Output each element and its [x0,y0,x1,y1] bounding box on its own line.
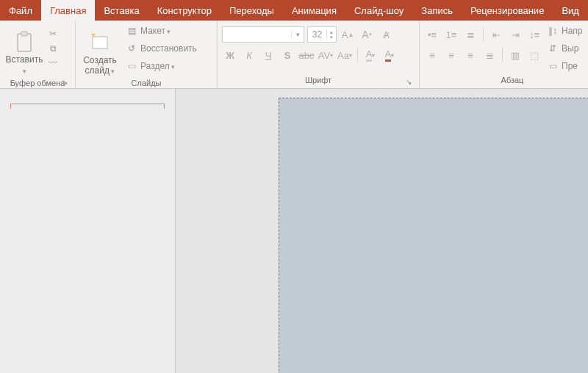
text-direction-label: Напр [562,26,583,36]
group-label-clipboard: Буфер обмена ↘ [4,78,71,88]
font-size-stepper[interactable]: ▴▾ [326,29,336,40]
underline-button[interactable]: Ч [260,48,276,62]
paste-label: Вставить [6,54,43,76]
group-slides: Создать слайд ▤ Макет ↺ Восстановить ▭ Р… [76,21,218,88]
strikethrough-button[interactable]: abc [298,48,315,62]
tab-view[interactable]: Вид [553,0,588,21]
text-shadow-button[interactable]: S [279,48,295,62]
slides-group-text: Слайды [132,79,162,87]
content-placeholder[interactable] [279,98,588,373]
smartart-button[interactable]: ⬚ [526,48,542,62]
text-direction-button[interactable]: ‖↕ Напр [547,23,583,38]
tab-design[interactable]: Конструктор [148,0,220,21]
content-area [0,89,588,373]
group-label-slides: Слайды [80,78,212,88]
bullets-button[interactable]: •≡ [424,27,440,42]
paste-button[interactable]: Вставить [4,22,44,78]
convert-label: Пре [562,61,578,71]
separator [357,48,358,62]
new-slide-button[interactable]: Создать слайд [80,22,120,78]
change-case-button[interactable]: Aa▾ [337,48,353,62]
font-color-button[interactable]: A▾ [381,48,398,62]
tab-insert[interactable]: Вставка [95,0,148,21]
align-left-button[interactable]: ≡ [424,48,440,62]
clear-format-button[interactable]: A̷ [378,27,394,42]
grow-font-button[interactable]: A▲ [340,27,356,42]
line-spacing-button[interactable]: ↕≡ [526,27,542,42]
ribbon-tab-bar: Файл Главная Вставка Конструктор Переход… [0,0,588,21]
new-slide-label: Создать слайд [82,55,118,76]
new-slide-icon [89,30,111,55]
align-text-label: Выр [562,43,578,54]
multilevel-button[interactable]: ≣ [462,27,478,42]
section-button[interactable]: ▭ Раздел [126,59,197,73]
paragraph-group-text: Абзац [501,76,524,84]
tab-slideshow[interactable]: Слайд-шоу [345,0,412,21]
svg-rect-2 [93,37,107,48]
ribbon: Вставить ✂ ⧉ 〰 Буфер обмена ↘ Создать сл… [0,21,588,89]
highlight-button[interactable]: A▾ [362,48,379,62]
font-family-dropdown[interactable]: ▾ [222,26,304,43]
section-label: Раздел [140,61,175,71]
layout-icon: ▤ [126,25,137,37]
svg-rect-0 [18,34,31,51]
align-right-button[interactable]: ≡ [462,48,478,62]
convert-icon: ▭ [547,60,559,72]
format-painter-icon[interactable]: 〰 [47,57,59,69]
italic-button[interactable]: К [241,48,257,62]
section-icon: ▭ [126,60,137,72]
group-font: ▾ 32 ▴▾ A▲ A▾ A̷ Ж К Ч S abc AV▾ Aa▾ A▾ [218,21,420,88]
tab-review[interactable]: Рецензирование [462,0,553,21]
align-text-button[interactable]: ⇵ Выр [547,41,583,56]
tab-animations[interactable]: Анимация [283,0,345,21]
font-size-input[interactable]: 32 ▴▾ [307,26,337,43]
bold-button[interactable]: Ж [222,48,238,62]
separator [483,27,484,42]
font-launcher-icon[interactable]: ↘ [404,78,413,87]
reset-icon: ↺ [126,43,137,54]
svg-rect-1 [21,32,27,36]
group-clipboard: Вставить ✂ ⧉ 〰 Буфер обмена ↘ [0,21,76,88]
group-label-paragraph: Абзац [424,75,588,88]
layout-label: Макет [140,26,171,36]
char-spacing-button[interactable]: AV▾ [318,48,334,62]
layout-button[interactable]: ▤ Макет [126,23,197,38]
reset-label: Восстановить [140,43,197,54]
increase-indent-button[interactable]: ⇥ [507,27,523,42]
convert-button[interactable]: ▭ Пре [547,59,583,73]
cut-icon[interactable]: ✂ [47,28,59,40]
slide-thumbnail-panel[interactable] [0,89,176,373]
group-paragraph: •≡ 1≡ ≣ ⇤ ⇥ ↕≡ ≡ ≡ ≡ ≣ ▥ ⬚ [420,21,588,88]
tab-home[interactable]: Главная [41,0,95,21]
tab-record[interactable]: Запись [412,0,462,21]
copy-icon[interactable]: ⧉ [47,43,59,54]
chevron-down-icon: ▾ [291,31,304,38]
clipboard-launcher-icon[interactable]: ↘ [60,78,69,87]
separator [502,48,503,62]
numbering-button[interactable]: 1≡ [443,27,459,42]
slide-canvas[interactable] [176,89,588,373]
justify-button[interactable]: ≣ [481,48,498,62]
align-center-button[interactable]: ≡ [443,48,459,62]
tab-transitions[interactable]: Переходы [220,0,283,21]
group-label-font: Шрифт ↘ [222,75,415,88]
font-size-value: 32 [308,29,326,40]
empty-thumbnail-marker [10,104,165,109]
columns-button[interactable]: ▥ [507,48,523,62]
reset-button[interactable]: ↺ Восстановить [126,41,197,56]
decrease-indent-button[interactable]: ⇤ [488,27,504,42]
clipboard-icon [13,29,35,54]
shrink-font-button[interactable]: A▾ [359,27,375,42]
clipboard-group-text: Буфер обмена [10,79,65,87]
text-direction-icon: ‖↕ [547,25,559,37]
tab-file[interactable]: Файл [0,0,41,21]
font-group-text: Шрифт [305,76,331,84]
align-text-icon: ⇵ [547,43,559,54]
